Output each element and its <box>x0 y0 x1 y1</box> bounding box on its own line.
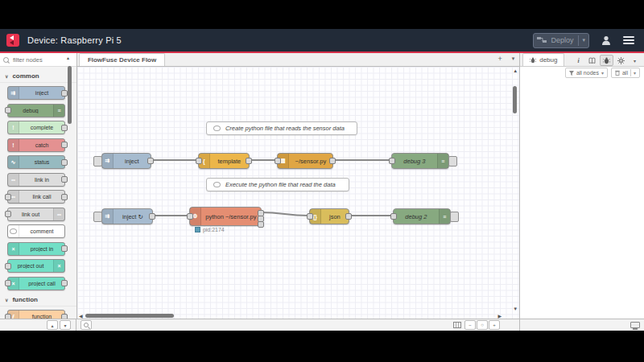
navigator-icon[interactable] <box>453 322 461 328</box>
debug-toggle-button[interactable] <box>450 212 459 222</box>
palette-node-debug[interactable]: debug≡ <box>7 104 65 117</box>
debug-icon: ≡ <box>437 154 448 168</box>
input-port[interactable] <box>5 194 11 200</box>
user-button[interactable] <box>601 35 612 46</box>
input-port[interactable] <box>5 280 11 286</box>
zoom-in-button[interactable]: + <box>489 320 500 330</box>
palette-node-link-out[interactable]: link out∞ <box>7 208 65 221</box>
wire[interactable] <box>260 212 309 216</box>
palette-node-status[interactable]: ∿status <box>7 155 65 169</box>
flow-list-chevron-icon[interactable]: ▾ <box>512 56 515 62</box>
scroll-down-icon[interactable]: ▼ <box>513 306 518 311</box>
horizontal-scrollbar[interactable]: ◀ ▶ <box>77 313 519 319</box>
zoom-reset-button[interactable]: ○ <box>477 320 488 330</box>
output-port[interactable] <box>61 194 68 200</box>
palette-node-complete[interactable]: !complete <box>7 121 65 134</box>
output-port[interactable] <box>345 213 352 220</box>
palette-node-link-in[interactable]: ∞link in <box>7 173 65 187</box>
output-port[interactable] <box>61 280 68 286</box>
zoom-out-button[interactable]: − <box>464 320 476 330</box>
scroll-right-icon[interactable]: ▶ <box>498 313 502 319</box>
info-button[interactable]: i <box>572 56 584 65</box>
input-port[interactable] <box>390 213 397 220</box>
deploy-button[interactable]: Deploy ▾ <box>533 33 589 48</box>
debug-icon: ≡ <box>53 105 64 117</box>
output-port[interactable] <box>258 221 264 228</box>
tab-debug[interactable]: debug <box>522 53 564 66</box>
comment-node[interactable]: Create python file that reads the sensor… <box>206 121 357 135</box>
clear-messages-button[interactable]: all ▾ <box>611 68 640 78</box>
output-port[interactable] <box>61 159 68 166</box>
palette-node-label: link in <box>19 177 64 183</box>
settings-button[interactable] <box>615 56 627 65</box>
comment-icon <box>8 225 19 237</box>
inject-button[interactable] <box>93 212 102 222</box>
palette-node-catch[interactable]: !catch <box>7 138 65 152</box>
flow-node-inject[interactable]: ⇉inject <box>101 153 151 169</box>
help-button[interactable] <box>586 56 598 65</box>
node-label: ~/sensor.py <box>289 158 332 165</box>
add-flow-button[interactable]: + <box>497 55 502 63</box>
filter-nodes-button[interactable]: all nodes ▾ <box>565 68 608 78</box>
scroll-up-icon[interactable]: ▴ <box>67 55 69 60</box>
output-port[interactable] <box>147 158 154 164</box>
console-icon[interactable] <box>630 322 640 328</box>
output-port[interactable] <box>61 176 68 183</box>
input-port[interactable] <box>389 158 395 164</box>
palette-node-inject[interactable]: ⇉inject <box>7 86 65 100</box>
debug-messages-button[interactable] <box>600 55 613 66</box>
palette-category-common[interactable]: ∨common <box>0 70 76 83</box>
palette-filter <box>0 53 76 67</box>
chevron-down-icon[interactable]: ▾ <box>634 70 636 76</box>
output-port[interactable] <box>246 158 252 164</box>
palette-node-comment[interactable]: comment <box>7 224 65 238</box>
expand-all-button[interactable]: ▾ <box>60 320 71 330</box>
output-port[interactable] <box>61 142 68 148</box>
debug-message-list[interactable] <box>520 79 644 319</box>
status-text: pid:2174 <box>203 227 225 232</box>
filter-nodes-input[interactable] <box>11 56 71 64</box>
flow-canvas[interactable]: ▲ ▼ ◀ ▶ Create python file that reads th… <box>77 67 519 319</box>
inject-button[interactable] <box>93 156 102 167</box>
output-port[interactable] <box>61 245 68 252</box>
output-port[interactable] <box>329 158 336 164</box>
input-port[interactable] <box>275 158 281 164</box>
comment-node[interactable]: Execute the python file that read the da… <box>206 178 349 191</box>
search-flows-button[interactable] <box>80 320 92 330</box>
scroll-up-icon[interactable]: ▲ <box>513 68 518 73</box>
input-port[interactable] <box>187 213 193 220</box>
flow-node-template[interactable]: {template <box>198 153 250 169</box>
output-port[interactable] <box>61 125 68 131</box>
scrollbar-thumb[interactable] <box>513 86 517 113</box>
scrollbar-thumb[interactable] <box>68 66 72 124</box>
input-port[interactable] <box>5 263 11 269</box>
flow-node-debug-2[interactable]: debug 2≡ <box>393 208 451 224</box>
collapse-all-button[interactable]: ▴ <box>47 320 58 330</box>
palette-node-link-call[interactable]: ∞link call <box>7 190 65 204</box>
palette-category-function[interactable]: ∨function <box>0 294 76 306</box>
scroll-left-icon[interactable]: ◀ <box>79 313 83 319</box>
flow-node--sensor-py[interactable]: ▤~/sensor.py <box>277 153 333 169</box>
deploy-dropdown-chevron-icon[interactable]: ▾ <box>582 37 585 43</box>
palette-node-project-call[interactable]: ×project call <box>7 277 65 290</box>
output-port[interactable] <box>149 213 155 220</box>
input-port[interactable] <box>5 107 11 113</box>
scrollbar-thumb[interactable] <box>85 314 174 318</box>
input-port[interactable] <box>5 211 11 217</box>
input-port[interactable] <box>196 158 202 164</box>
flow-node-inject-[interactable]: ⇉inject ↻ <box>101 208 153 224</box>
output-port[interactable] <box>61 90 68 97</box>
vertical-scrollbar[interactable]: ▲ ▼ <box>512 67 518 319</box>
flow-node-python-sensor-py[interactable]: ⚙python ~/sensor.pypid:2174 <box>189 207 262 226</box>
menu-button[interactable] <box>623 36 634 44</box>
node-red-editor: Device: Raspberry Pi 5 Deploy ▾ <box>0 29 644 331</box>
input-port[interactable] <box>307 213 313 220</box>
flow-tab-bar: FlowFuse Device Flow + ▾ <box>77 53 519 67</box>
debug-toggle-button[interactable] <box>448 156 457 167</box>
flow-node-debug-3[interactable]: debug 3≡ <box>391 153 449 169</box>
palette-node-project-out[interactable]: project out× <box>7 259 65 273</box>
tab-flowfuse-device-flow[interactable]: FlowFuse Device Flow <box>79 53 165 66</box>
chevron-down-icon[interactable]: ▾ <box>629 56 641 65</box>
flow-node-json[interactable]: {}json <box>309 208 349 224</box>
palette-node-project-in[interactable]: ×project in <box>7 242 65 256</box>
